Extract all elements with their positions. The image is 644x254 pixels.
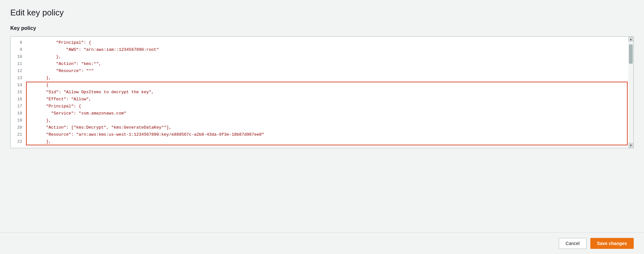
page-container: Edit key policy Key policy 8910111213141… [0,0,644,222]
cancel-button[interactable]: Cancel [559,238,586,249]
code-line: "Action": "kms:*", [26,60,631,68]
line-numbers: 8910111213141516171819202122 [11,37,26,148]
line-number: 15 [11,89,26,96]
save-button[interactable]: Save changes [590,238,634,249]
scroll-thumb[interactable] [629,44,633,64]
code-line: "Principal": { [26,103,631,110]
code-line: "AWS": "arn:aws:iam::1234567890:root" [26,46,631,53]
editor-wrapper: 8910111213141516171819202122 "Principal"… [11,37,633,148]
code-line: }, [26,138,631,145]
scroll-down-arrow[interactable]: ▼ [628,143,633,148]
code-line: "Action": ["kms:Decrypt", "kms:GenerateD… [26,124,631,131]
line-number: 13 [11,75,26,82]
code-line: { [26,82,631,89]
line-number: 22 [11,138,26,145]
scroll-up-arrow[interactable]: ▲ [628,37,633,42]
line-number: 14 [11,82,26,89]
line-number: 21 [11,131,26,138]
code-line: }, [26,117,631,124]
line-number: 19 [11,117,26,124]
code-content[interactable]: "Principal": { "AWS": "arn:aws:iam::1234… [26,37,633,148]
code-line: "Resource": "*" [26,68,631,75]
code-line: "Sid": "Allow OpsItems to decrypt the ke… [26,89,631,96]
code-line: "Service": "ssm.amazonaws.com" [26,110,631,117]
line-number: 8 [11,39,26,46]
line-number: 12 [11,68,26,75]
section-label: Key policy [10,25,634,31]
code-line: "Resource": "arn:aws:kms:us-west-1:12345… [26,131,631,138]
code-editor[interactable]: 8910111213141516171819202122 "Principal"… [11,37,633,148]
line-number: 20 [11,124,26,131]
footer: Cancel Save changes [0,232,644,254]
line-number: 11 [11,60,26,68]
line-number: 10 [11,53,26,60]
line-number: 16 [11,96,26,103]
line-number: 17 [11,103,26,110]
line-number: 18 [11,110,26,117]
code-line: "Principal": { [26,39,631,46]
scroll-track[interactable] [628,42,633,143]
line-number: 9 [11,46,26,53]
code-line: }, [26,75,631,82]
code-line: "Effect": "Allow", [26,96,631,103]
code-line: }, [26,53,631,60]
page-title: Edit key policy [10,8,634,18]
scrollbar[interactable]: ▲ ▼ [628,37,633,148]
editor-container: 8910111213141516171819202122 "Principal"… [10,36,634,148]
